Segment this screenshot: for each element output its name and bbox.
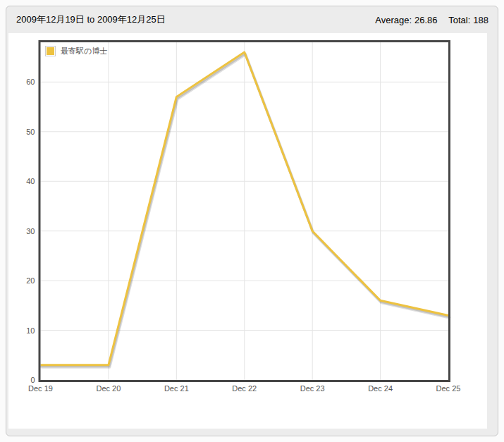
legend-swatch (45, 46, 56, 56)
chart-container: 0102030405060Dec 19Dec 20Dec 21Dec 22Dec… (8, 33, 487, 429)
x-tick-label: Dec 20 (96, 384, 121, 393)
average-label: Average: (375, 15, 412, 25)
panel-header: 2009年12月19日 to 2009年12月25日 Average:26.86… (6, 6, 498, 33)
total-label: Total: (448, 15, 470, 25)
series-line-shadow (42, 54, 450, 367)
report-panel: 2009年12月19日 to 2009年12月25日 Average:26.86… (6, 6, 498, 436)
x-tick-label: Dec 24 (368, 384, 393, 393)
series-line-shadow (42, 54, 450, 367)
summary-stats: Average:26.86 Total:188 (375, 15, 488, 25)
x-tick-label: Dec 22 (232, 384, 257, 393)
legend-swatch-color (47, 47, 54, 55)
y-tick-label: 30 (26, 227, 35, 235)
chart-legend: 最寄駅の博士 (45, 46, 107, 56)
y-tick-label: 0 (30, 376, 35, 384)
legend-series-label: 最寄駅の博士 (61, 46, 107, 56)
x-tick-label: Dec 25 (436, 384, 461, 393)
y-tick-label: 40 (26, 177, 35, 185)
line-chart: 0102030405060Dec 19Dec 20Dec 21Dec 22Dec… (8, 33, 487, 429)
average-value: 26.86 (414, 15, 438, 25)
x-tick-label: Dec 19 (28, 384, 53, 393)
total-stat: Total:188 (448, 15, 488, 25)
y-tick-label: 20 (26, 276, 35, 285)
total-value: 188 (473, 15, 488, 25)
y-tick-label: 50 (26, 128, 35, 136)
y-tick-label: 60 (26, 78, 35, 86)
date-range-title: 2009年12月19日 to 2009年12月25日 (16, 13, 166, 26)
average-stat: Average:26.86 (375, 15, 437, 25)
x-tick-label: Dec 23 (300, 384, 325, 393)
y-tick-label: 10 (26, 326, 35, 335)
x-tick-label: Dec 21 (164, 384, 189, 393)
